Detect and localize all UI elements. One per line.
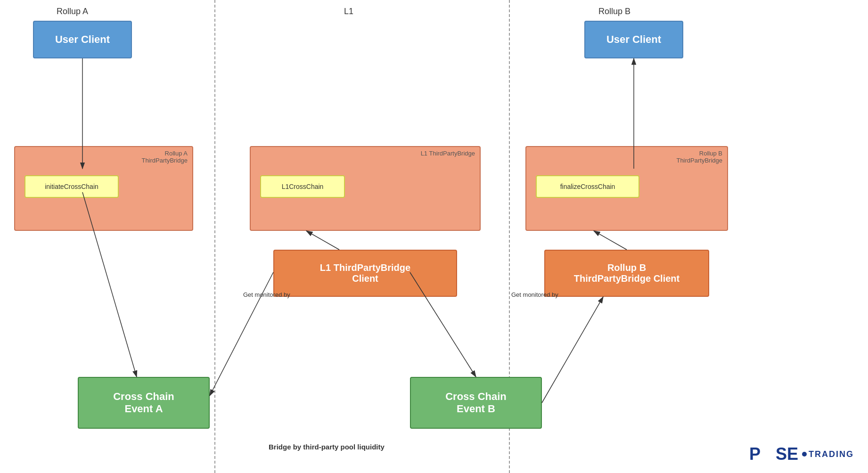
get-monitored-left-label: Get monitored by <box>243 291 290 298</box>
l1-client-box: L1 ThirdPartyBridge Client <box>273 250 457 297</box>
rollup-a-bridge-label: Rollup A ThirdPartyBridge <box>141 150 188 164</box>
divider-left <box>214 0 215 473</box>
pse-logo-icon: P <box>749 445 773 464</box>
svg-text:SE: SE <box>776 445 798 464</box>
rollup-b-bridge-outer: Rollup B ThirdPartyBridge finalizeCrossC… <box>525 146 728 231</box>
finalize-cross-chain-box: finalizeCrossChain <box>536 175 639 198</box>
user-client-a-box: User Client <box>33 21 132 58</box>
logo-area: P SE TRADING <box>749 445 854 464</box>
svg-line-7 <box>594 231 627 250</box>
rollup-b-bridge-label: Rollup B ThirdPartyBridge <box>676 150 722 164</box>
user-client-b-box: User Client <box>584 21 683 58</box>
logo-trading-text: TRADING <box>809 449 854 459</box>
svg-line-4 <box>306 231 339 250</box>
pse-logo-b-icon: SE <box>776 445 799 464</box>
get-monitored-right-label: Get monitored by <box>511 291 558 298</box>
diagram-container: Rollup A L1 Rollup B User Client User Cl… <box>0 0 868 473</box>
l1-cross-chain-box: L1CrossChain <box>260 175 345 198</box>
bridge-liquidity-label: Bridge by third-party pool liquidity <box>269 443 385 451</box>
col-label-rollup-b: Rollup B <box>598 7 631 16</box>
svg-text:P: P <box>749 445 761 464</box>
svg-line-6 <box>542 297 603 403</box>
l1-bridge-label: L1 ThirdPartyBridge <box>421 150 475 157</box>
col-label-l1: L1 <box>344 7 353 16</box>
initiate-cross-chain-box: initiateCrossChain <box>25 175 119 198</box>
cross-chain-event-a-box: Cross Chain Event A <box>78 377 210 429</box>
rollup-b-client-box: Rollup B ThirdPartyBridge Client <box>544 250 709 297</box>
rollup-a-bridge-outer: Rollup A ThirdPartyBridge initiateCrossC… <box>14 146 193 231</box>
col-label-rollup-a: Rollup A <box>57 7 88 16</box>
l1-bridge-outer: L1 ThirdPartyBridge L1CrossChain <box>250 146 481 231</box>
cross-chain-event-b-box: Cross Chain Event B <box>410 377 542 429</box>
